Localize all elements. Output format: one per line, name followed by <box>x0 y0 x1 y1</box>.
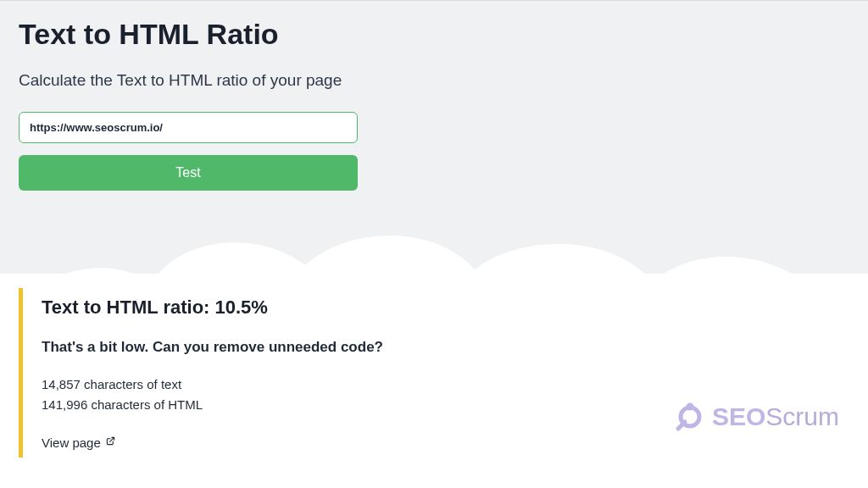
stats-block: 14,857 characters of text 141,996 charac… <box>42 374 563 415</box>
form-controls: Test <box>19 112 358 191</box>
result-message: That's a bit low. Can you remove unneede… <box>42 339 563 356</box>
ratio-value: 10.5% <box>215 297 268 318</box>
svg-line-0 <box>109 437 114 441</box>
text-characters: 14,857 characters of text <box>42 374 563 395</box>
test-button[interactable]: Test <box>19 155 358 191</box>
view-page-link[interactable]: View page <box>42 435 115 450</box>
brand-bold: SEO <box>712 402 765 430</box>
url-input[interactable] <box>19 112 358 143</box>
external-link-icon <box>106 436 115 447</box>
brand-watermark: SEOScrum <box>675 402 839 432</box>
brand-logo-icon <box>675 402 705 432</box>
view-page-label: View page <box>42 435 101 450</box>
brand-light: Scrum <box>765 402 839 430</box>
result-title: Text to HTML ratio: 10.5% <box>42 297 563 319</box>
page-subtitle: Calculate the Text to HTML ratio of your… <box>19 71 849 90</box>
brand-name: SEOScrum <box>712 402 839 431</box>
page-title: Text to HTML Ratio <box>19 18 849 51</box>
page-header: Text to HTML Ratio Calculate the Text to… <box>0 0 868 191</box>
result-title-prefix: Text to HTML ratio: <box>42 297 215 318</box>
html-characters: 141,996 characters of HTML <box>42 395 563 415</box>
result-card: Text to HTML ratio: 10.5% That's a bit l… <box>19 288 563 458</box>
svg-point-2 <box>686 403 693 411</box>
